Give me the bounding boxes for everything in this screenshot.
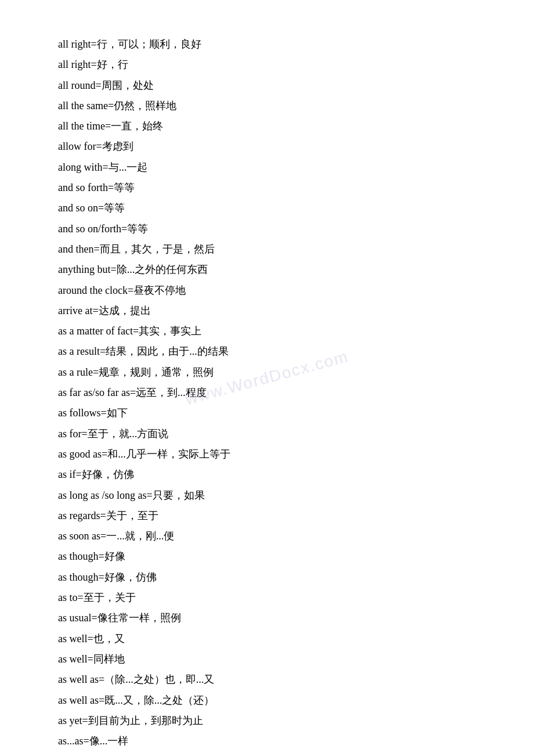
list-item: allow for=考虑到 [58, 137, 488, 156]
list-item: as if=好像，仿佛 [58, 465, 488, 484]
list-item: and so on/forth=等等 [58, 219, 488, 239]
list-item: as follows=如下 [58, 404, 488, 423]
list-item: all the same=仍然，照样地 [58, 96, 488, 116]
list-item: as soon as=一...就，刚...便 [58, 527, 488, 546]
list-item: as a result=结果，因此，由于...的结果 [58, 342, 488, 361]
list-item: as for=至于，就...方面说 [58, 424, 488, 444]
list-item: as far as/so far as=远至，到...程度 [58, 383, 488, 402]
list-item: as well as=（除...之处）也，即...又 [58, 670, 488, 689]
list-item: as a rule=规章，规则，通常，照例 [58, 363, 488, 382]
list-item: as...as=像...一样 [58, 732, 488, 751]
list-item: as well=也，又 [58, 629, 488, 649]
list-item: anything but=除...之外的任何东西 [58, 260, 488, 279]
list-item: as to=至于，关于 [58, 588, 488, 607]
list-item: as good as=和...几乎一样，实际上等于 [58, 445, 488, 464]
list-item: as though=好像 [58, 547, 488, 566]
list-item: as yet=到目前为止，到那时为止 [58, 711, 488, 730]
list-item: as usual=像往常一样，照例 [58, 609, 488, 628]
list-item: as though=好像，仿佛 [58, 568, 488, 587]
list-item: as long as /so long as=只要，如果 [58, 486, 488, 505]
list-item: all right=好，行 [58, 55, 488, 74]
list-item: arrive at=达成，提出 [58, 301, 488, 321]
list-item: as well=同样地 [58, 650, 488, 669]
list-item: as regards=关于，至于 [58, 506, 488, 525]
list-item: as a matter of fact=其实，事实上 [58, 322, 488, 341]
list-item: all right=行，可以；顺利，良好 [58, 35, 488, 54]
content-area: all right=行，可以；顺利，良好all right=好，行all rou… [58, 35, 488, 751]
list-item: around the clock=昼夜不停地 [58, 281, 488, 300]
phrase-list: all right=行，可以；顺利，良好all right=好，行all rou… [58, 35, 488, 751]
list-item: along with=与...一起 [58, 158, 488, 177]
list-item: and so on=等等 [58, 199, 488, 218]
list-item: all round=周围，处处 [58, 76, 488, 95]
list-item: and so forth=等等 [58, 178, 488, 197]
list-item: all the time=一直，始终 [58, 117, 488, 136]
list-item: and then=而且，其欠，于是，然后 [58, 240, 488, 259]
list-item: as well as=既...又，除...之处（还） [58, 691, 488, 710]
